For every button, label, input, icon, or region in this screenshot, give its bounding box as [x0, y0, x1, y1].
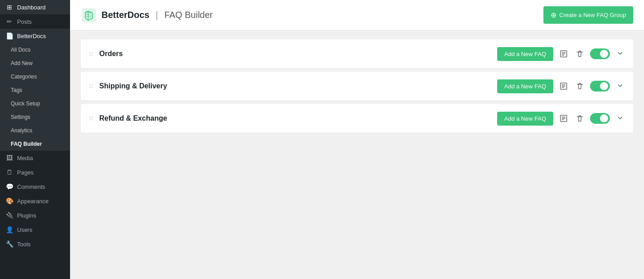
sidebar-item-label: Posts	[17, 18, 32, 25]
submenu-item-label: Analytics	[11, 127, 32, 134]
sidebar-item-dashboard[interactable]: ⊞ Dashboard	[0, 0, 70, 14]
posts-icon: ✏	[5, 18, 13, 25]
sidebar-item-categories[interactable]: Categories	[0, 70, 70, 83]
faq-group-shipping: ⁙ Shipping & Delivery Add a New FAQ	[81, 72, 633, 100]
group-actions: Add a New FAQ	[497, 79, 626, 93]
betterdocs-logo	[81, 7, 97, 23]
add-faq-btn-label: Add a New FAQ	[504, 83, 546, 90]
header-left: BetterDocs | FAQ Builder	[81, 7, 213, 23]
sidebar-item-tags[interactable]: Tags	[0, 83, 70, 97]
media-icon: 🖼	[5, 154, 13, 161]
delete-icon-button-refund[interactable]	[574, 113, 586, 124]
tools-icon: 🔧	[5, 240, 13, 248]
add-faq-button-orders[interactable]: Add a New FAQ	[497, 47, 553, 61]
add-faq-button-shipping[interactable]: Add a New FAQ	[497, 79, 553, 93]
submenu-item-label: Add New	[11, 60, 33, 66]
add-faq-btn-label: Add a New FAQ	[504, 115, 546, 122]
delete-icon-button-orders[interactable]	[574, 48, 586, 60]
sidebar-item-settings[interactable]: Settings	[0, 110, 70, 124]
sidebar-item-label: Tools	[17, 241, 31, 248]
submenu-item-label: All Docs	[11, 47, 31, 53]
betterdocs-submenu: All Docs Add New Categories Tags Quick S…	[0, 43, 70, 151]
drag-handle-icon[interactable]: ⁙	[88, 82, 94, 91]
appearance-icon: 🎨	[5, 197, 13, 205]
sidebar-item-pages[interactable]: 🗒 Pages	[0, 165, 70, 179]
create-faq-group-button[interactable]: ⊕ Create a New FAQ Group	[543, 6, 633, 24]
sidebar-item-users[interactable]: 👤 Users	[0, 222, 70, 237]
drag-handle-icon[interactable]: ⁙	[88, 114, 94, 123]
toggle-orders[interactable]	[590, 48, 610, 59]
users-icon: 👤	[5, 226, 13, 233]
plugins-icon: 🔌	[5, 212, 13, 219]
sidebar-item-quick-setup[interactable]: Quick Setup	[0, 97, 70, 110]
sidebar-item-faq-builder[interactable]: FAQ Builder	[0, 137, 70, 151]
submenu-item-label: Categories	[11, 74, 37, 80]
toggle-shipping[interactable]	[590, 81, 610, 92]
expand-button-shipping[interactable]	[614, 81, 626, 92]
sidebar-item-comments[interactable]: 💬 Comments	[0, 179, 70, 194]
submenu-item-label: Settings	[11, 114, 30, 120]
page-subtitle: FAQ Builder	[164, 10, 213, 20]
sidebar: ⊞ Dashboard ✏ Posts 📄 BetterDocs All Doc…	[0, 0, 70, 279]
toggle-refund[interactable]	[590, 113, 610, 124]
sidebar-item-label: Media	[17, 155, 33, 161]
faq-group-refund: ⁙ Refund & Exchange Add a New FAQ	[81, 104, 633, 133]
group-actions: Add a New FAQ	[497, 47, 626, 61]
sidebar-item-media[interactable]: 🖼 Media	[0, 151, 70, 165]
group-name: Shipping & Delivery	[99, 82, 497, 90]
submenu-item-label: Tags	[11, 87, 22, 93]
drag-handle-icon[interactable]: ⁙	[88, 50, 94, 58]
sidebar-item-tools[interactable]: 🔧 Tools	[0, 237, 70, 251]
add-faq-btn-label: Add a New FAQ	[504, 51, 546, 57]
sidebar-item-label: Pages	[17, 169, 34, 176]
content-area: ⁙ Orders Add a New FAQ	[70, 31, 644, 279]
sidebar-item-label: Users	[17, 227, 32, 233]
sidebar-item-betterdocs[interactable]: 📄 BetterDocs	[0, 29, 70, 43]
sidebar-item-label: Appearance	[17, 198, 49, 205]
group-actions: Add a New FAQ	[497, 112, 626, 126]
submenu-item-label: FAQ Builder	[11, 141, 42, 147]
sidebar-item-appearance[interactable]: 🎨 Appearance	[0, 194, 70, 208]
page-title: BetterDocs	[101, 10, 150, 20]
sidebar-item-all-docs[interactable]: All Docs	[0, 43, 70, 57]
add-faq-button-refund[interactable]: Add a New FAQ	[497, 112, 553, 126]
create-btn-label: Create a New FAQ Group	[559, 12, 626, 18]
expand-button-orders[interactable]	[614, 48, 626, 60]
edit-icon-button-orders[interactable]	[558, 48, 569, 60]
dashboard-icon: ⊞	[5, 4, 13, 11]
plus-icon: ⊕	[551, 11, 556, 19]
expand-button-refund[interactable]	[614, 113, 626, 124]
main-panel: BetterDocs | FAQ Builder ⊕ Create a New …	[70, 0, 644, 279]
sidebar-item-label: Comments	[17, 183, 45, 190]
sidebar-item-add-new[interactable]: Add New	[0, 57, 70, 70]
sidebar-item-posts[interactable]: ✏ Posts	[0, 14, 70, 29]
edit-icon-button-shipping[interactable]	[558, 80, 569, 92]
sidebar-item-label: BetterDocs	[17, 33, 46, 39]
faq-group-orders: ⁙ Orders Add a New FAQ	[81, 39, 633, 68]
delete-icon-button-shipping[interactable]	[574, 80, 586, 92]
betterdocs-icon: 📄	[5, 32, 13, 39]
group-name: Refund & Exchange	[99, 114, 497, 122]
submenu-item-label: Quick Setup	[11, 100, 40, 107]
sidebar-item-plugins[interactable]: 🔌 Plugins	[0, 208, 70, 222]
sidebar-item-label: Plugins	[17, 212, 36, 219]
comments-icon: 💬	[5, 183, 13, 190]
edit-icon-button-refund[interactable]	[558, 113, 569, 124]
page-header: BetterDocs | FAQ Builder ⊕ Create a New …	[70, 0, 644, 31]
sidebar-item-analytics[interactable]: Analytics	[0, 124, 70, 137]
group-name: Orders	[99, 50, 497, 58]
header-separator: |	[156, 10, 158, 20]
sidebar-item-label: Dashboard	[17, 4, 46, 11]
pages-icon: 🗒	[5, 169, 13, 176]
